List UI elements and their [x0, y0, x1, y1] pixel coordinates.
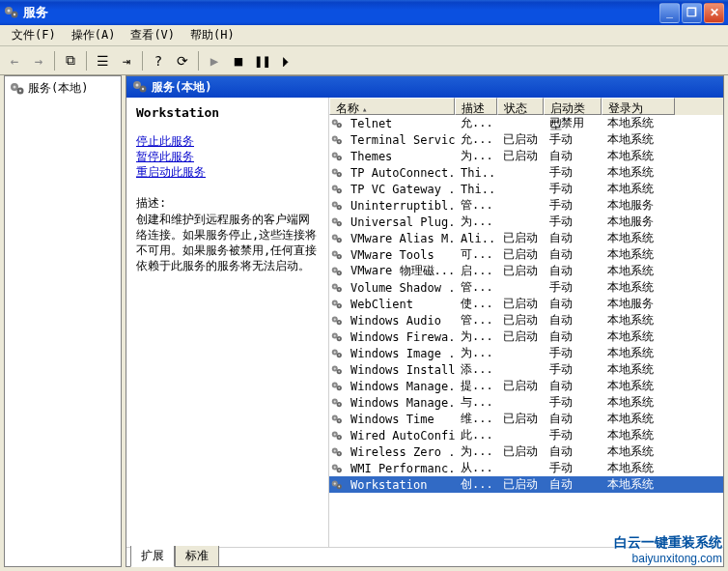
window-title: 服务	[23, 4, 659, 21]
table-row[interactable]: Windows Image ...为...手动本地系统	[329, 345, 723, 361]
menu-action[interactable]: 操作(A)	[64, 25, 124, 45]
cell-desc: 此...	[455, 427, 497, 443]
app-icon	[4, 5, 19, 20]
toolbar-separator	[54, 51, 55, 71]
table-row[interactable]: Themes为...已启动自动本地系统	[329, 148, 723, 164]
col-name[interactable]: 名称	[329, 98, 455, 115]
table-row[interactable]: Windows Firewa...为...已启动自动本地系统	[329, 328, 723, 345]
col-desc[interactable]: 描述	[455, 98, 497, 115]
cell-startup: 自动	[544, 148, 602, 164]
cell-status: 已启动	[497, 263, 544, 279]
service-icon	[329, 199, 345, 213]
col-startup[interactable]: 启动类型	[544, 98, 602, 115]
stop-service-button[interactable]: ■	[228, 50, 249, 71]
tab-standard[interactable]: 标准	[175, 546, 219, 567]
table-row[interactable]: WMI Performanc...从...手动本地系统	[329, 460, 723, 476]
cell-logon: 本地服务	[602, 296, 675, 312]
content-header-label: 服务(本地)	[152, 79, 211, 96]
properties-button[interactable]: ☰	[92, 50, 113, 71]
stop-link[interactable]: 停止此服务	[136, 133, 319, 149]
cell-startup: 手动	[544, 427, 602, 443]
cell-name: Telnet	[345, 117, 455, 130]
minimize-button[interactable]: _	[659, 3, 680, 23]
close-button[interactable]: ✕	[704, 3, 724, 23]
table-row[interactable]: Telnet允...已禁用本地系统	[329, 115, 723, 131]
tab-extended[interactable]: 扩展	[130, 546, 175, 567]
table-row[interactable]: VMware Tools可...已启动自动本地系统	[329, 246, 723, 263]
cell-startup: 自动	[544, 328, 602, 345]
back-button[interactable]: ←	[4, 50, 25, 71]
cell-desc: 管...	[455, 279, 497, 296]
menu-help[interactable]: 帮助(H)	[182, 25, 242, 45]
table-row[interactable]: Wireless Zero ...为...已启动自动本地系统	[329, 443, 723, 460]
cell-startup: 手动	[544, 460, 602, 476]
col-logon[interactable]: 登录为	[602, 98, 675, 115]
cell-desc: 为...	[455, 345, 497, 361]
table-row[interactable]: VMware Alias M...Ali...已启动自动本地系统	[329, 230, 723, 246]
show-hide-tree-button[interactable]: ⧉	[60, 50, 81, 71]
cell-logon: 本地系统	[602, 378, 675, 394]
cell-status: 已启动	[497, 246, 544, 263]
cell-status: 已启动	[497, 296, 544, 312]
cell-name: Themes	[345, 150, 455, 163]
help-button[interactable]: ?	[148, 50, 169, 71]
restart-service-button[interactable]: ⏵	[276, 50, 297, 71]
cell-startup: 手动	[544, 181, 602, 197]
cell-desc: 添...	[455, 361, 497, 378]
menu-view[interactable]: 查看(V)	[123, 25, 182, 45]
table-row[interactable]: VMware 物理磁...启...已启动自动本地系统	[329, 263, 723, 279]
tree-root-item[interactable]: 服务(本地)	[8, 79, 118, 98]
cell-startup: 手动	[544, 345, 602, 361]
maximize-button[interactable]: ❐	[682, 3, 702, 23]
table-row[interactable]: Uninterruptibl...管...手动本地服务	[329, 197, 723, 214]
cell-desc: 可...	[455, 246, 497, 263]
cell-startup: 自动	[544, 476, 602, 493]
services-icon	[132, 79, 148, 95]
cell-startup: 手动	[544, 279, 602, 296]
table-row[interactable]: Universal Plug...为...手动本地服务	[329, 214, 723, 230]
cell-startup: 自动	[544, 246, 602, 263]
table-row[interactable]: Windows Installer添...手动本地系统	[329, 361, 723, 378]
table-row[interactable]: Workstation创...已启动自动本地系统	[329, 476, 723, 493]
table-row[interactable]: Volume Shadow ...管...手动本地系统	[329, 279, 723, 296]
menu-file[interactable]: 文件(F)	[4, 25, 64, 45]
cell-name: Wireless Zero ...	[345, 445, 455, 459]
menubar: 文件(F) 操作(A) 查看(V) 帮助(H)	[0, 25, 728, 46]
cell-status: 已启动	[497, 411, 544, 427]
service-icon	[329, 166, 345, 180]
table-row[interactable]: Windows Manage...与...手动本地系统	[329, 394, 723, 411]
table-row[interactable]: TP VC Gateway ...Thi...手动本地系统	[329, 181, 723, 197]
cell-desc: Thi...	[455, 183, 497, 196]
cell-startup: 手动	[544, 361, 602, 378]
pause-service-button[interactable]: ❚❚	[252, 50, 273, 71]
description-label: 描述:	[136, 195, 319, 212]
start-service-button[interactable]: ▶	[204, 50, 225, 71]
restart-link[interactable]: 重启动此服务	[136, 164, 319, 180]
cell-logon: 本地系统	[602, 279, 675, 296]
table-row[interactable]: Windows Manage...提...已启动自动本地系统	[329, 378, 723, 394]
cell-desc: 维...	[455, 411, 497, 427]
cell-logon: 本地系统	[602, 181, 675, 197]
refresh-button[interactable]: ⟳	[172, 50, 193, 71]
table-row[interactable]: TP AutoConnect...Thi...手动本地系统	[329, 164, 723, 181]
col-status[interactable]: 状态	[497, 98, 544, 115]
table-row[interactable]: WebClient使...已启动自动本地服务	[329, 296, 723, 312]
cell-desc: 允...	[455, 131, 497, 148]
table-row[interactable]: Windows Audio管...已启动自动本地系统	[329, 312, 723, 328]
cell-name: Windows Time	[345, 413, 455, 426]
cell-desc: 启...	[455, 263, 497, 279]
cell-name: Volume Shadow ...	[345, 281, 455, 295]
service-icon	[329, 183, 345, 196]
service-icon	[329, 133, 345, 147]
cell-logon: 本地系统	[602, 345, 675, 361]
table-row[interactable]: Windows Time维...已启动自动本地系统	[329, 411, 723, 427]
forward-button[interactable]: →	[28, 50, 49, 71]
cell-name: TP AutoConnect...	[345, 166, 455, 180]
table-row[interactable]: Terminal Services允...已启动手动本地系统	[329, 131, 723, 148]
cell-status: 已启动	[497, 230, 544, 246]
cell-name: Windows Audio	[345, 314, 455, 328]
pause-link[interactable]: 暂停此服务	[136, 149, 319, 164]
service-list[interactable]: 名称 描述 状态 启动类型 登录为 Telnet允...已禁用本地系统Termi…	[329, 98, 723, 547]
table-row[interactable]: Wired AutoConfig此...手动本地系统	[329, 427, 723, 443]
export-button[interactable]: ⇥	[116, 50, 137, 71]
